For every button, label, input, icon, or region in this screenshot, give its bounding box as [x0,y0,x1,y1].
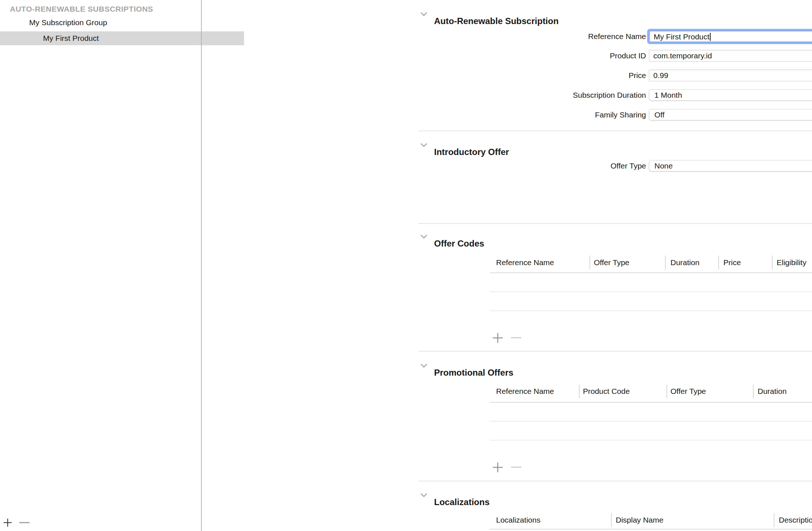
reference-name-value: My First Product [654,32,709,41]
section-separator [418,481,812,481]
chevron-down-icon[interactable] [420,489,428,500]
table-header-rule [490,529,812,530]
section-separator [418,131,812,131]
add-icon[interactable] [3,518,12,527]
remove-icon[interactable] [511,336,522,339]
product-id-value: com.temporary.id [653,51,712,60]
column-header[interactable]: Price [723,256,741,269]
sidebar-actions [0,514,201,531]
column-divider [665,256,666,270]
price-field[interactable]: 0.99 [649,70,812,81]
column-divider [589,256,590,270]
chevron-down-icon[interactable] [420,139,428,150]
subscription-duration-value: 1 Month [654,91,682,99]
family-sharing-value: Off [654,111,665,119]
remove-icon[interactable] [19,521,30,524]
add-icon[interactable] [492,462,503,473]
price-value: 0.99 [653,71,668,80]
reference-name-field[interactable]: My First Product [649,31,812,42]
section-title-localizations: Localizations [434,497,490,508]
subscription-duration-select[interactable]: 1 Month [649,89,812,101]
table-row-rule [490,310,812,311]
column-divider [666,384,667,398]
product-id-field[interactable]: com.temporary.id [649,50,812,62]
section-title-offer-codes: Offer Codes [434,238,484,249]
section-title-subscription: Auto-Renewable Subscription [434,16,558,27]
column-header[interactable]: Offer Type [594,256,629,269]
section-separator [418,223,812,224]
column-header[interactable]: Reference Name [496,385,554,398]
table-header-rule [490,402,812,403]
section-title-introductory-offer: Introductory Offer [434,147,509,158]
column-header[interactable]: Product Code [583,385,630,398]
sidebar-section-header: AUTO-RENEWABLE SUBSCRIPTIONS [10,4,153,14]
column-header[interactable]: Localizations [496,513,540,527]
offer-type-label: Offer Type [403,160,646,171]
column-header[interactable]: Reference Name [496,256,554,269]
sidebar-item-subscription-group[interactable]: My Subscription Group [0,16,230,30]
column-header[interactable]: Duration [670,256,699,269]
section-title-promotional-offers: Promotional Offers [434,367,513,378]
section-separator [418,351,812,352]
chevron-down-icon[interactable] [420,231,428,242]
column-header[interactable]: Offer Type [670,385,706,398]
column-divider [611,513,612,527]
column-divider [753,384,754,398]
column-header[interactable]: Eligibility [777,256,807,269]
column-header[interactable]: Description [779,513,812,527]
table-row-rule [490,421,812,422]
table-header-rule [490,272,812,273]
text-cursor [710,33,711,41]
column-divider [718,256,719,270]
column-header[interactable]: Display Name [616,513,664,527]
offer-type-select[interactable]: None [649,160,812,171]
remove-icon[interactable] [511,466,522,469]
family-sharing-label: Family Sharing [403,109,646,120]
add-icon[interactable] [492,333,503,343]
storekit-configuration-window: AUTO-RENEWABLE SUBSCRIPTIONS My Subscrip… [0,0,812,531]
product-editor: Auto-Renewable Subscription Reference Na… [202,0,812,531]
table-row-rule [490,291,812,292]
subscription-duration-label: Subscription Duration [403,89,646,101]
column-header[interactable]: Duration [758,385,786,398]
table-row-rule [490,440,812,441]
sidebar: AUTO-RENEWABLE SUBSCRIPTIONS My Subscrip… [0,0,201,531]
product-id-label: Product ID [403,50,646,62]
column-divider [579,384,580,398]
chevron-down-icon[interactable] [420,360,428,371]
price-label: Price [403,70,646,81]
family-sharing-select[interactable]: Off [649,109,812,120]
column-divider [772,256,773,270]
chevron-down-icon[interactable] [420,8,428,19]
offer-type-value: None [654,162,673,170]
column-divider [774,513,774,527]
reference-name-label: Reference Name [403,31,646,42]
